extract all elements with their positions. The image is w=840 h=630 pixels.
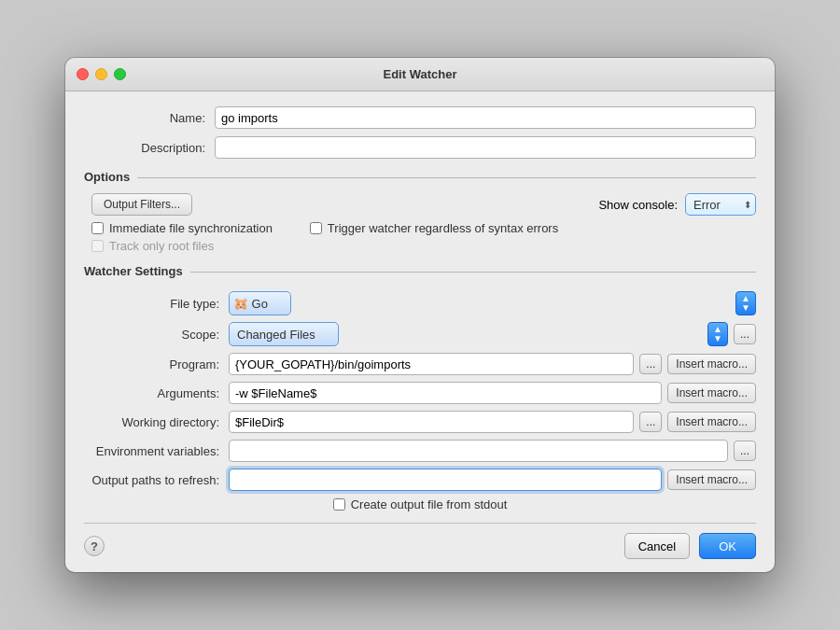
arguments-input-wrap: Insert macro...: [229, 382, 756, 404]
working-dir-input[interactable]: [229, 411, 634, 433]
options-section: Options Output Filters... Show console: …: [84, 166, 756, 253]
file-type-row: File type: 🐹 Go ▲ ▼: [84, 291, 756, 315]
scope-select[interactable]: Changed Files Project Files All Places: [229, 322, 339, 346]
env-vars-browse-button[interactable]: ...: [734, 441, 756, 461]
file-type-arrow-icon[interactable]: ▲ ▼: [735, 291, 756, 315]
traffic-lights: [77, 68, 126, 80]
immediate-sync-checkbox[interactable]: [91, 222, 104, 234]
help-button[interactable]: ?: [84, 536, 105, 556]
track-root-row: Track only root files: [91, 239, 756, 253]
arguments-label: Arguments:: [84, 386, 229, 400]
program-row: Program: ... Insert macro...: [84, 353, 756, 375]
options-section-label: Options: [84, 170, 130, 184]
footer-row: ? Cancel OK: [84, 523, 756, 559]
track-root-label: Track only root files: [109, 239, 214, 253]
edit-watcher-dialog: Edit Watcher Name: Description: Options …: [65, 58, 775, 572]
description-input[interactable]: [215, 136, 756, 159]
minimize-button[interactable]: [95, 68, 107, 80]
file-type-input-wrap: 🐹 Go ▲ ▼: [229, 291, 756, 315]
working-dir-label: Working directory:: [84, 415, 229, 429]
env-vars-label: Environment variables:: [84, 444, 229, 458]
output-paths-insert-macro-button[interactable]: Insert macro...: [667, 469, 756, 490]
scope-browse-button[interactable]: ...: [734, 324, 756, 344]
working-dir-browse-button[interactable]: ...: [639, 412, 662, 432]
name-row: Name:: [84, 106, 756, 129]
working-dir-input-wrap: ... Insert macro...: [229, 411, 756, 433]
scope-input-wrap: Changed Files Project Files All Places ▲…: [229, 322, 756, 346]
track-root-checkbox[interactable]: [91, 240, 104, 252]
titlebar: Edit Watcher: [65, 58, 775, 91]
output-filters-button[interactable]: Output Filters...: [91, 193, 192, 216]
file-type-dropdown-wrap: 🐹 Go: [229, 291, 730, 315]
show-console-select[interactable]: Always Error Never: [685, 193, 756, 216]
env-vars-row: Environment variables: ...: [84, 440, 756, 462]
trigger-watcher-label: Trigger watcher regardless of syntax err…: [328, 221, 558, 235]
scope-arrow-icon[interactable]: ▲ ▼: [707, 322, 728, 346]
show-console-select-wrapper: Always Error Never ⬍: [685, 193, 756, 216]
create-output-row: Create output file from stdout: [333, 497, 508, 511]
dialog-body: Name: Description: Options Output Filter…: [65, 91, 775, 572]
program-insert-macro-button[interactable]: Insert macro...: [667, 354, 756, 374]
working-dir-insert-macro-button[interactable]: Insert macro...: [667, 412, 756, 432]
create-output-label: Create output file from stdout: [351, 497, 508, 511]
immediate-sync-row: Immediate file synchronization: [91, 221, 273, 235]
program-label: Program:: [84, 357, 229, 371]
show-console-row: Show console: Always Error Never ⬍: [598, 193, 756, 216]
env-vars-input[interactable]: [229, 440, 728, 462]
watcher-settings-label: Watcher Settings: [84, 264, 183, 278]
arguments-input[interactable]: [229, 382, 662, 404]
close-button[interactable]: [77, 68, 89, 80]
show-console-label: Show console:: [598, 198, 678, 212]
zoom-button[interactable]: [114, 68, 126, 80]
ok-button[interactable]: OK: [699, 533, 756, 559]
file-type-label: File type:: [84, 297, 229, 311]
create-output-checkbox[interactable]: [333, 498, 345, 511]
name-input[interactable]: [215, 106, 756, 129]
footer-buttons: Cancel OK: [624, 533, 756, 559]
arguments-row: Arguments: Insert macro...: [84, 382, 756, 404]
output-paths-row: Output paths to refresh: Insert macro...: [84, 469, 756, 491]
env-vars-input-wrap: ...: [229, 440, 756, 462]
program-input-wrap: ... Insert macro...: [229, 353, 756, 375]
description-row: Description:: [84, 136, 756, 159]
description-label: Description:: [84, 141, 215, 155]
watcher-settings-section: Watcher Settings File type: 🐹 Go ▲ ▼: [84, 260, 756, 511]
output-paths-input-wrap: Insert macro...: [229, 469, 756, 491]
program-browse-button[interactable]: ...: [639, 354, 662, 374]
trigger-watcher-row: Trigger watcher regardless of syntax err…: [310, 221, 558, 235]
immediate-sync-label: Immediate file synchronization: [109, 221, 273, 235]
scope-dropdown-wrap: Changed Files Project Files All Places: [229, 322, 702, 346]
file-type-select[interactable]: 🐹 Go: [229, 291, 291, 315]
cancel-button[interactable]: Cancel: [624, 533, 690, 559]
arguments-insert-macro-button[interactable]: Insert macro...: [667, 383, 756, 403]
program-input[interactable]: [229, 353, 634, 375]
working-dir-row: Working directory: ... Insert macro...: [84, 411, 756, 433]
scope-label: Scope:: [84, 328, 229, 342]
trigger-watcher-checkbox[interactable]: [310, 222, 322, 234]
dialog-title: Edit Watcher: [384, 67, 457, 81]
output-paths-input[interactable]: [229, 469, 662, 491]
output-paths-label: Output paths to refresh:: [84, 473, 229, 487]
scope-row: Scope: Changed Files Project Files All P…: [84, 322, 756, 346]
name-label: Name:: [84, 111, 215, 125]
